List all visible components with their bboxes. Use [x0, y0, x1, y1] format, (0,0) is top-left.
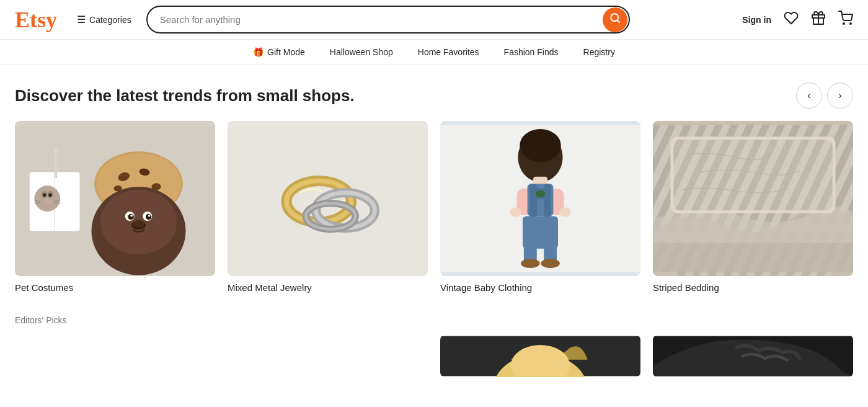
product-label-pet-costumes: Pet Costumes — [15, 282, 215, 293]
next-arrow-icon: › — [838, 90, 841, 101]
svg-point-61 — [541, 259, 559, 268]
editors-image-1 — [440, 335, 640, 377]
svg-point-5 — [850, 23, 851, 24]
cart-icon — [838, 11, 853, 29]
editors-image-2 — [653, 335, 853, 377]
svg-rect-20 — [56, 150, 57, 178]
product-card-pet-costumes[interactable]: Pet Costumes — [15, 121, 215, 293]
product-image-pet-costumes — [15, 121, 215, 276]
product-card-mixed-metal-jewelry[interactable]: Mixed Metal Jewelry — [228, 121, 428, 293]
svg-point-56 — [536, 190, 545, 197]
header-actions: Sign in — [742, 11, 853, 29]
etsy-logo[interactable]: Etsy — [15, 7, 57, 33]
nav-item-home-favorites[interactable]: Home Favorites — [418, 47, 479, 57]
nav-item-label-fashion-finds: Fashion Finds — [504, 47, 559, 57]
editors-card-1[interactable] — [440, 335, 640, 377]
cart-button[interactable] — [838, 11, 853, 29]
product-image-mixed-metal-jewelry — [228, 121, 428, 276]
nav-item-registry[interactable]: Registry — [583, 47, 615, 57]
product-label-vintage-baby-clothing: Vintage Baby Clothing — [440, 282, 640, 293]
gift-icon — [811, 11, 826, 29]
search-container — [146, 6, 630, 34]
svg-point-13 — [48, 193, 52, 197]
prev-arrow-button[interactable]: ‹ — [796, 83, 822, 109]
nav-item-label-home-favorites: Home Favorites — [418, 47, 479, 57]
editors-grid — [15, 335, 853, 377]
sign-in-button[interactable]: Sign in — [742, 15, 771, 25]
product-grid: Pet Costumes M — [15, 121, 853, 293]
gift-button[interactable] — [811, 11, 826, 29]
product-image-striped-bedding — [653, 121, 853, 276]
svg-point-14 — [43, 199, 51, 205]
product-card-striped-bedding[interactable]: Striped Bedding — [653, 121, 853, 293]
header: Etsy ☰ Categories Sign in — [0, 0, 868, 40]
product-image-vintage-baby-clothing — [440, 121, 640, 276]
favorites-button[interactable] — [784, 11, 799, 29]
nav-item-fashion-finds[interactable]: Fashion Finds — [504, 47, 559, 57]
trends-title: Discover the latest trends from small sh… — [15, 86, 355, 105]
product-label-mixed-metal-jewelry: Mixed Metal Jewelry — [228, 282, 428, 293]
product-card-vintage-baby-clothing[interactable]: Vintage Baby Clothing — [440, 121, 640, 293]
main-content: Discover the latest trends from small sh… — [0, 65, 868, 390]
editors-picks-label: Editors' Picks — [15, 315, 853, 325]
svg-point-12 — [43, 193, 46, 197]
trends-section-header: Discover the latest trends from small sh… — [15, 83, 853, 109]
svg-point-63 — [559, 207, 571, 217]
heart-icon — [784, 11, 799, 29]
svg-point-37 — [133, 220, 144, 227]
editors-section: Editors' Picks — [15, 315, 853, 390]
editors-card-2[interactable] — [653, 335, 853, 377]
svg-line-1 — [617, 20, 619, 22]
search-button[interactable] — [603, 7, 627, 32]
product-label-striped-bedding: Striped Bedding — [653, 282, 853, 293]
svg-point-62 — [510, 207, 521, 217]
nav-item-label-halloween-shop: Halloween Shop — [330, 47, 393, 57]
nav-item-label-gift-mode: Gift Mode — [267, 47, 305, 57]
prev-arrow-icon: ‹ — [807, 90, 810, 101]
categories-button[interactable]: ☰ Categories — [72, 11, 136, 28]
nav-item-gift-mode[interactable]: 🎁 Gift Mode — [253, 47, 305, 57]
next-arrow-button[interactable]: › — [827, 83, 853, 109]
gift-mode-icon: 🎁 — [253, 47, 264, 57]
hamburger-icon: ☰ — [77, 14, 86, 25]
svg-point-48 — [520, 129, 561, 162]
svg-point-4 — [843, 23, 844, 24]
svg-point-60 — [521, 259, 539, 268]
search-input[interactable] — [146, 6, 630, 34]
nav-item-label-registry: Registry — [583, 47, 615, 57]
svg-point-35 — [148, 215, 151, 217]
nav-arrows: ‹ › — [796, 83, 853, 109]
svg-point-34 — [130, 215, 133, 217]
svg-rect-69 — [673, 140, 833, 210]
categories-label: Categories — [89, 15, 131, 25]
nav-item-halloween-shop[interactable]: Halloween Shop — [330, 47, 393, 57]
search-icon — [609, 12, 621, 27]
nav-bar: 🎁 Gift Mode Halloween Shop Home Favorite… — [0, 40, 868, 65]
